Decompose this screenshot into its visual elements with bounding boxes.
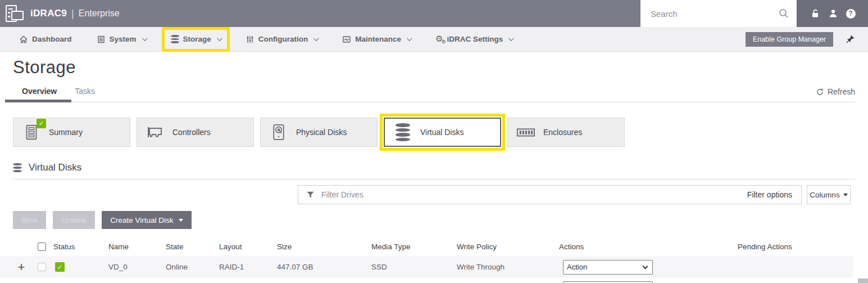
col-header-status: Status [53, 242, 108, 251]
storage-highlight-box: Storage [162, 27, 230, 52]
card-summary[interactable]: ✓ Summary [13, 118, 130, 147]
brand-separator: | [71, 8, 74, 20]
col-header-pending-actions: Pending Actions [738, 242, 853, 251]
virtual-disks-section-icon [13, 163, 22, 172]
section-header: Virtual Disks [13, 162, 855, 173]
user-icon[interactable] [828, 8, 838, 19]
col-header-size: Size [277, 242, 371, 251]
refresh-icon [816, 88, 824, 96]
chevron-down-icon [313, 35, 319, 41]
pin-icon[interactable] [846, 34, 855, 44]
idrac-logo-icon [4, 3, 25, 24]
cell-name: VD_0 [108, 263, 166, 271]
brand: iDRAC9 | Enterprise [0, 0, 640, 27]
create-virtual-disk-button[interactable]: Create Virtual Disk [102, 211, 191, 229]
col-header-layout: Layout [219, 242, 277, 251]
card-label: Physical Disks [296, 128, 347, 137]
maintenance-icon [342, 35, 351, 44]
row-action-select[interactable]: Action [563, 260, 653, 275]
row-expand-button[interactable]: + [18, 261, 25, 273]
help-icon[interactable]: ? [846, 9, 856, 19]
nav-label: Storage [183, 35, 211, 43]
horizontal-scrollbar-thumb[interactable] [858, 278, 868, 283]
table-header-row: Status Name State Layout Size Media Type… [0, 237, 853, 256]
card-controllers[interactable]: Controllers [137, 118, 254, 147]
chevron-down-icon [407, 35, 412, 41]
table-row: + ✓ DATA Online RAID-6 60798.38 GB SSD W… [0, 278, 853, 283]
chevron-down-icon [142, 35, 148, 41]
cell-media-type: SSD [371, 263, 457, 271]
virtual-disks-icon [396, 123, 410, 141]
col-header-state: State [166, 242, 219, 251]
filter-funnel-icon [306, 191, 315, 199]
col-header-media-type: Media Type [371, 242, 457, 251]
col-header-actions: Actions [559, 242, 738, 251]
nav-label: System [110, 35, 137, 43]
section-title: Virtual Disks [29, 162, 81, 173]
chevron-down-icon [217, 35, 222, 41]
cell-write-policy: Write Through [457, 263, 559, 271]
card-label: Controllers [172, 128, 211, 137]
card-virtual-disks[interactable]: Virtual Disks [384, 118, 501, 147]
filter-drives-input[interactable] [321, 190, 738, 199]
col-header-name: Name [108, 242, 166, 251]
card-enclosures[interactable]: Enclosures [507, 118, 625, 147]
section-divider [13, 179, 855, 179]
refresh-button[interactable]: Refresh [816, 87, 855, 96]
unlock-icon[interactable] [810, 8, 820, 19]
cell-state: Online [166, 263, 219, 271]
topbar-icon-group: ? [797, 0, 868, 27]
filter-options-button[interactable]: Filter options [738, 190, 801, 199]
controllers-icon [146, 124, 165, 141]
nav-item-idrac-settings[interactable]: ⚙⚙ iDRAC Settings [435, 35, 512, 43]
enable-group-manager-button[interactable]: Enable Group Manager [746, 32, 833, 47]
system-icon [97, 35, 106, 44]
card-label: Enclosures [543, 128, 582, 137]
nav-item-system[interactable]: System [97, 35, 146, 44]
unblink-button[interactable]: Unblink [53, 211, 95, 229]
blink-button[interactable]: Blink [13, 211, 46, 229]
search-input[interactable] [640, 9, 779, 19]
search-box [640, 0, 797, 27]
nav-label: Configuration [258, 35, 308, 43]
chevron-down-icon [508, 35, 514, 41]
select-all-checkbox[interactable] [38, 242, 46, 251]
search-icon[interactable] [779, 8, 789, 19]
nav-item-storage[interactable]: Storage [171, 35, 221, 43]
card-label: Summary [49, 128, 83, 137]
filter-box: Filter options [298, 185, 802, 204]
caret-down-icon [843, 194, 848, 196]
col-header-write-policy: Write Policy [457, 242, 559, 251]
summary-ok-badge: ✓ [37, 119, 46, 128]
sliders-icon [246, 35, 255, 44]
nav-item-dashboard[interactable]: Dashboard [19, 35, 72, 44]
storage-category-cards: ✓ Summary Controllers Physical Disks [13, 118, 855, 147]
columns-label: Columns [810, 191, 839, 199]
nav-bar: Dashboard System Storage Configuration M… [0, 27, 868, 52]
physical-disks-icon [271, 123, 287, 141]
status-ok-icon: ✓ [55, 262, 65, 272]
brand-name: iDRAC9 [30, 8, 67, 19]
create-virtual-disk-label: Create Virtual Disk [110, 216, 173, 224]
columns-dropdown-button[interactable]: Columns [807, 185, 851, 204]
tab-overview[interactable]: Overview [13, 87, 66, 102]
nav-item-configuration[interactable]: Configuration [246, 35, 317, 44]
gears-icon: ⚙⚙ [435, 35, 443, 43]
filter-row: Filter options Columns [0, 185, 868, 204]
top-bar: iDRAC9 | Enterprise ? [0, 0, 868, 27]
cell-layout: RAID-1 [219, 263, 277, 271]
page-title: Storage [13, 57, 868, 78]
nav-item-maintenance[interactable]: Maintenance [342, 35, 411, 44]
nav-label: Maintenance [355, 35, 401, 43]
cell-size: 447.07 GB [277, 263, 371, 271]
enclosures-icon [516, 125, 535, 139]
storage-icon [171, 35, 179, 43]
nav-label: Dashboard [32, 35, 72, 43]
nav-label: iDRAC Settings [447, 35, 503, 43]
row-checkbox[interactable] [38, 263, 46, 271]
refresh-label: Refresh [828, 87, 855, 96]
card-physical-disks[interactable]: Physical Disks [260, 118, 378, 147]
tab-tasks[interactable]: Tasks [66, 87, 104, 102]
tab-bar: Overview Tasks Refresh [13, 87, 855, 102]
caret-down-icon [179, 219, 183, 222]
